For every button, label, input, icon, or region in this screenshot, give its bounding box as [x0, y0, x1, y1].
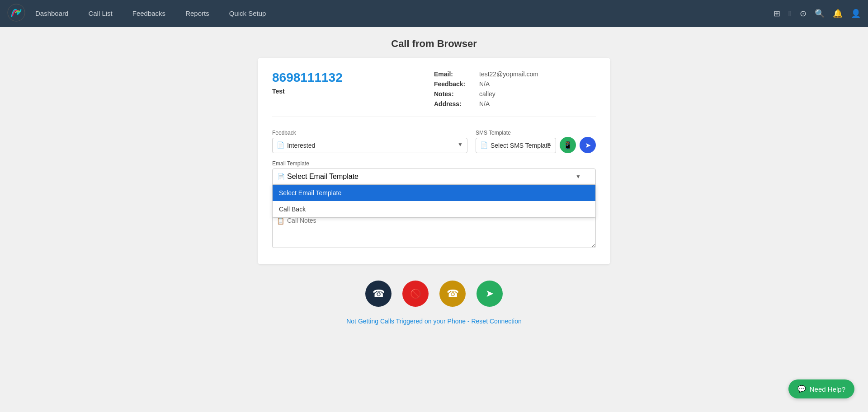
forward-button[interactable]: ➤ — [476, 281, 503, 307]
user-icon[interactable]: 👤 — [851, 9, 861, 19]
end-call-button[interactable]: 🚫 — [402, 281, 429, 307]
email-value: test22@yopmail.com — [479, 70, 596, 78]
sms-row: SMS Template 📄 Select SMS Template ▼ 📱 ➤ — [476, 130, 596, 153]
email-template-select-display[interactable]: 📄 Select Email Template ▼ — [272, 169, 596, 185]
hold-button[interactable]: ☎ — [439, 281, 466, 307]
call-controls: ☎ 🚫 ☎ ➤ — [0, 281, 868, 307]
notes-value: calley — [479, 90, 596, 98]
feedback-value: N/A — [479, 80, 596, 88]
email-template-dropdown: Select Email Template Call Back — [272, 185, 596, 218]
email-option-call-back[interactable]: Call Back — [273, 201, 595, 217]
contact-name: Test — [272, 88, 434, 95]
svg-point-0 — [8, 4, 25, 21]
telegram-button[interactable]: ➤ — [580, 137, 596, 153]
nav-call-list[interactable]: Call List — [78, 0, 122, 27]
need-help-button[interactable]: 💬 Need Help? — [788, 379, 854, 398]
nav-dashboard[interactable]: Dashboard — [25, 0, 78, 27]
search-icon[interactable]: 🔍 — [815, 9, 825, 19]
end-call-icon: 🚫 — [410, 288, 421, 299]
navbar-links: Dashboard Call List Feedbacks Reports Qu… — [25, 0, 774, 27]
info-left: 8698111132 Test — [272, 70, 434, 95]
call-icon: ☎ — [373, 288, 385, 300]
logo[interactable] — [7, 4, 25, 23]
navbar: Dashboard Call List Feedbacks Reports Qu… — [0, 0, 868, 27]
email-select-icon: 📄 — [277, 173, 285, 180]
hold-icon: ☎ — [447, 288, 459, 300]
feedback-label: Feedback: — [434, 80, 479, 88]
whatsapp-icon: 📱 — [563, 141, 572, 150]
email-template-label: Email Template — [272, 160, 596, 167]
sms-template-group: SMS Template 📄 Select SMS Template ▼ — [476, 130, 556, 153]
phone-number: 8698111132 — [272, 70, 434, 85]
apple-icon[interactable]:  — [788, 9, 792, 19]
feedback-icon: 📄 — [277, 141, 284, 149]
support-icon[interactable]: ⊙ — [800, 9, 807, 19]
nav-reports[interactable]: Reports — [175, 0, 219, 27]
nav-quick-setup[interactable]: Quick Setup — [219, 0, 276, 27]
bell-icon[interactable]: 🔔 — [833, 9, 843, 19]
email-option-select-template[interactable]: Select Email Template — [273, 185, 595, 201]
email-label: Email: — [434, 70, 479, 78]
forward-icon: ➤ — [486, 288, 494, 300]
feedback-label-text: Feedback — [272, 130, 467, 136]
call-button[interactable]: ☎ — [365, 281, 392, 307]
main-card: 8698111132 Test Email: test22@yopmail.co… — [258, 58, 610, 264]
email-template-group: Email Template 📄 Select Email Template ▼… — [272, 160, 596, 185]
address-value: N/A — [479, 100, 596, 108]
page-title: Call from Browser — [0, 38, 868, 50]
feedback-group: Feedback 📄 Interested ▼ — [272, 130, 467, 153]
feedback-select[interactable]: Interested — [272, 138, 467, 153]
telegram-icon: ➤ — [585, 141, 591, 150]
whatsapp-button[interactable]: 📱 — [560, 137, 576, 153]
email-arrow-icon: ▼ — [576, 173, 581, 180]
sms-icon: 📄 — [480, 141, 488, 149]
form-row-feedback-sms: Feedback 📄 Interested ▼ SMS Template 📄 S… — [272, 130, 596, 153]
notes-label: Notes: — [434, 90, 479, 98]
android-icon[interactable]: ⊞ — [774, 9, 780, 19]
sms-template-label: SMS Template — [476, 130, 556, 136]
notes-icon: 📋 — [277, 217, 284, 225]
need-help-whatsapp-icon: 💬 — [797, 385, 806, 393]
bottom-text[interactable]: Not Getting Calls Triggered on your Phon… — [0, 318, 868, 325]
nav-feedbacks[interactable]: Feedbacks — [123, 0, 175, 27]
info-section: 8698111132 Test Email: test22@yopmail.co… — [272, 70, 596, 117]
email-template-value: Select Email Template — [287, 173, 359, 181]
address-label: Address: — [434, 100, 479, 108]
need-help-label: Need Help? — [810, 385, 845, 393]
info-right: Email: test22@yopmail.com Feedback: N/A … — [434, 70, 596, 108]
navbar-icons: ⊞  ⊙ 🔍 🔔 👤 — [774, 9, 861, 19]
